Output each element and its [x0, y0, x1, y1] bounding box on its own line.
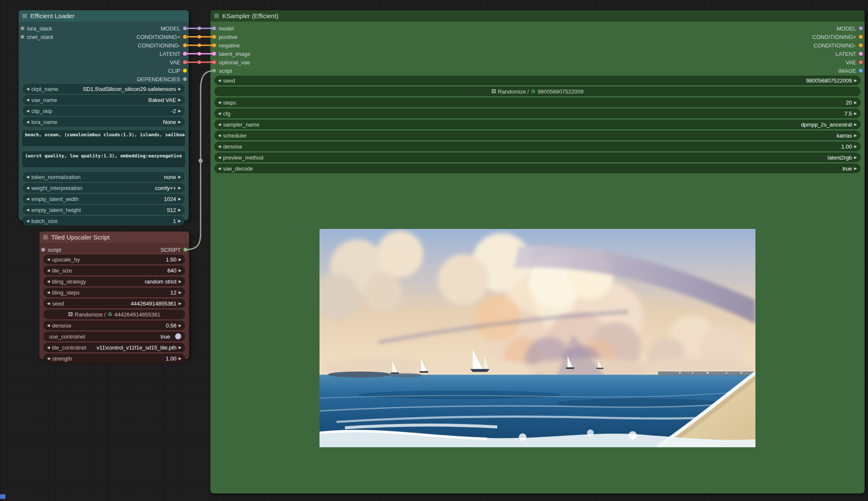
decrement-icon[interactable]: ◀ — [218, 144, 221, 149]
widget-sampler-name[interactable]: ◀ sampler_name dpmpp_2s_ancestral ▶ — [215, 120, 860, 129]
widget-cfg[interactable]: ◀ cfg 7.5 ▶ — [215, 109, 860, 118]
output-port-conditioning-plus[interactable]: CONDITIONING+ — [812, 33, 863, 41]
increment-icon[interactable]: ▶ — [854, 111, 857, 116]
decrement-icon[interactable]: ◀ — [26, 87, 29, 91]
output-port-model[interactable]: MODEL — [161, 24, 187, 33]
link-midpoint-dot[interactable] — [198, 27, 201, 30]
collapse-icon[interactable] — [43, 235, 48, 239]
positive-prompt-textarea[interactable]: beach, ocean, (cumulonimbus clouds:1.3),… — [22, 130, 185, 146]
widget-tile-size[interactable]: ◀ tile_size 640 ▶ — [44, 266, 185, 275]
node-header[interactable]: KSampler (Efficient) — [210, 10, 865, 22]
widget-empty-latent-height[interactable]: ◀ empty_latent_height 512 ▶ — [23, 205, 185, 215]
decrement-icon[interactable]: ◀ — [47, 356, 50, 361]
decrement-icon[interactable]: ◀ — [47, 345, 50, 350]
widget-scheduler[interactable]: ◀ scheduler karras ▶ — [215, 131, 860, 140]
link-midpoint-dot[interactable] — [198, 61, 201, 64]
collapse-icon[interactable] — [214, 14, 219, 18]
increment-icon[interactable]: ▶ — [854, 78, 857, 83]
increment-icon[interactable]: ▶ — [179, 268, 182, 273]
port-dot[interactable] — [859, 35, 863, 39]
widget-upscale-by[interactable]: ◀ upscale_by 1.50 ▶ — [44, 255, 185, 264]
output-port-dependencies[interactable]: DEPENDENCIES — [137, 75, 187, 83]
increment-icon[interactable]: ▶ — [178, 208, 181, 212]
decrement-icon[interactable]: ◀ — [218, 155, 221, 160]
widget-denoise[interactable]: ◀ denoise 0.56 ▶ — [44, 321, 185, 330]
port-dot[interactable] — [859, 26, 863, 30]
widget-denoise[interactable]: ◀ denoise 1.00 ▶ — [215, 142, 860, 151]
port-dot[interactable] — [212, 60, 216, 64]
input-port-lora-stack[interactable]: lora_stack — [20, 24, 52, 33]
increment-icon[interactable]: ▶ — [178, 87, 181, 91]
decrement-icon[interactable]: ◀ — [218, 166, 221, 171]
widget-preview-method[interactable]: ◀ preview_method latent2rgb ▶ — [215, 153, 860, 162]
port-dot[interactable] — [859, 69, 863, 73]
output-port-vae[interactable]: VAE — [846, 58, 863, 66]
output-port-conditioning-plus[interactable]: CONDITIONING+ — [136, 33, 187, 41]
increment-icon[interactable]: ▶ — [179, 323, 182, 328]
input-port-optional-vae[interactable]: optional_vae — [212, 58, 250, 66]
link-midpoint-dot[interactable] — [198, 44, 201, 47]
widget-token-normalization[interactable]: ◀ token_normalization none ▶ — [23, 172, 185, 182]
input-port-model[interactable]: model — [212, 24, 234, 33]
increment-icon[interactable]: ▶ — [179, 290, 182, 295]
port-dot[interactable] — [859, 52, 863, 56]
decrement-icon[interactable]: ◀ — [26, 208, 29, 212]
randomize-button[interactable]: ⚄ Randomize / ♻ 444264914855361 — [44, 310, 185, 319]
port-dot[interactable] — [183, 248, 187, 252]
output-port-latent[interactable]: LATENT — [835, 50, 863, 58]
decrement-icon[interactable]: ◀ — [26, 197, 29, 201]
input-port-positive[interactable]: positive — [212, 33, 237, 41]
decrement-icon[interactable]: ◀ — [47, 279, 50, 284]
offscreen-node-fragment[interactable] — [0, 494, 6, 499]
port-dot[interactable] — [183, 35, 187, 39]
increment-icon[interactable]: ▶ — [854, 144, 857, 149]
increment-icon[interactable]: ▶ — [179, 257, 182, 262]
increment-icon[interactable]: ▶ — [854, 133, 857, 138]
increment-icon[interactable]: ▶ — [854, 155, 857, 160]
decrement-icon[interactable]: ◀ — [47, 290, 50, 295]
decrement-icon[interactable]: ◀ — [26, 98, 29, 102]
port-dot[interactable] — [183, 69, 187, 73]
decrement-icon[interactable]: ◀ — [218, 111, 221, 116]
increment-icon[interactable]: ▶ — [854, 122, 857, 127]
decrement-icon[interactable]: ◀ — [218, 78, 221, 83]
output-port-vae[interactable]: VAE — [170, 58, 187, 66]
widget-weight-interpretation[interactable]: ◀ weight_interpretation comfy++ ▶ — [23, 183, 185, 193]
widget-empty-latent-width[interactable]: ◀ empty_latent_width 1024 ▶ — [23, 194, 185, 204]
link-midpoint-dot[interactable] — [198, 52, 201, 55]
increment-icon[interactable]: ▶ — [178, 175, 181, 179]
port-dot[interactable] — [183, 60, 187, 64]
input-port-latent-image[interactable]: latent_image — [212, 50, 250, 58]
port-dot[interactable] — [183, 77, 187, 81]
widget-vae-decode[interactable]: ◀ vae_decode true ▶ — [215, 164, 860, 173]
output-port-latent[interactable]: LATENT — [160, 50, 187, 58]
widget-use-controlnet[interactable]: use_controlnet true — [44, 332, 185, 341]
decrement-icon[interactable]: ◀ — [47, 257, 50, 262]
port-dot[interactable] — [183, 52, 187, 56]
decrement-icon[interactable]: ◀ — [26, 109, 29, 113]
port-dot[interactable] — [20, 35, 25, 39]
increment-icon[interactable]: ▶ — [178, 219, 181, 223]
decrement-icon[interactable]: ◀ — [26, 186, 29, 190]
widget-tile-controlnet[interactable]: ◀ tile_controlnet v11\control_v11f1e_sd1… — [44, 343, 185, 352]
node-graph-canvas[interactable]: Efficient Loader lora_stack cnet_stack M… — [0, 0, 868, 501]
increment-icon[interactable]: ▶ — [854, 166, 857, 171]
node-tiled-upscaler-script[interactable]: Tiled Upscaler Script script SCRIPT ◀ up… — [39, 231, 189, 359]
widget-ckpt-name[interactable]: ◀ ckpt_name SD1.5\sdSilicon_silicon29.sa… — [23, 84, 185, 94]
increment-icon[interactable]: ▶ — [179, 279, 182, 284]
port-dot[interactable] — [20, 26, 25, 30]
link-midpoint-dot[interactable] — [198, 35, 201, 39]
output-port-clip[interactable]: CLIP — [168, 66, 187, 75]
node-efficient-loader[interactable]: Efficient Loader lora_stack cnet_stack M… — [19, 10, 189, 220]
node-ksampler-efficient[interactable]: KSampler (Efficient) model positive nega… — [210, 10, 865, 493]
randomize-button[interactable]: ⚄ Randomize / ♻ 980056807522009 — [215, 87, 860, 96]
link-midpoint-dot[interactable] — [198, 159, 203, 163]
negative-prompt-textarea[interactable]: (worst quality, low quality:1.3), embedd… — [22, 151, 185, 167]
decrement-icon[interactable]: ◀ — [47, 301, 50, 306]
increment-icon[interactable]: ▶ — [854, 100, 857, 105]
decrement-icon[interactable]: ◀ — [218, 100, 221, 105]
widget-steps[interactable]: ◀ steps 20 ▶ — [215, 98, 860, 107]
decrement-icon[interactable]: ◀ — [218, 133, 221, 138]
node-header[interactable]: Tiled Upscaler Script — [39, 231, 189, 243]
decrement-icon[interactable]: ◀ — [218, 122, 221, 127]
